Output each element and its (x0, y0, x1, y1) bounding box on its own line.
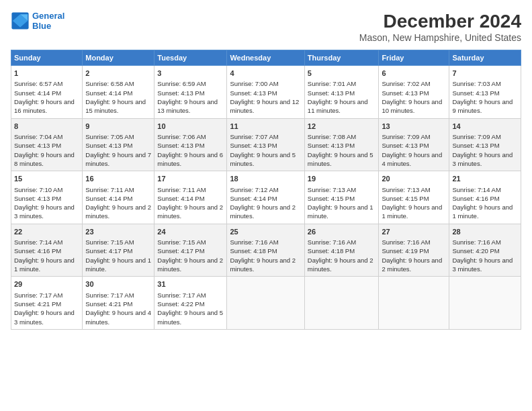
table-cell: 14Sunrise: 7:09 AMSunset: 4:13 PMDayligh… (449, 118, 521, 171)
daylight-text: Daylight: 9 hours and 10 minutes. (382, 98, 442, 114)
day-number: 22 (14, 227, 79, 237)
sunset-text: Sunset: 4:18 PM (230, 247, 277, 255)
sunrise-text: Sunrise: 7:13 AM (308, 186, 356, 193)
sunrise-text: Sunrise: 7:16 AM (382, 238, 430, 246)
table-cell: 9Sunrise: 7:05 AMSunset: 4:13 PMDaylight… (83, 118, 154, 171)
table-cell (304, 277, 379, 330)
table-cell: 5Sunrise: 7:01 AMSunset: 4:13 PMDaylight… (304, 66, 379, 119)
table-cell: 10Sunrise: 7:06 AMSunset: 4:13 PMDayligh… (154, 118, 227, 171)
table-cell: 30Sunrise: 7:17 AMSunset: 4:21 PMDayligh… (83, 277, 154, 330)
sunset-text: Sunset: 4:13 PM (14, 142, 61, 149)
logo-text: General Blue (32, 11, 64, 31)
day-number: 29 (14, 279, 79, 289)
sunset-text: Sunset: 4:13 PM (308, 89, 355, 97)
daylight-text: Daylight: 9 hours and 2 minutes. (308, 257, 373, 273)
day-number: 18 (230, 174, 301, 184)
table-cell: 6Sunrise: 7:02 AMSunset: 4:13 PMDaylight… (379, 66, 449, 119)
daylight-text: Daylight: 9 hours and 16 minutes. (14, 98, 75, 114)
sunrise-text: Sunrise: 7:11 AM (85, 186, 134, 193)
daylight-text: Daylight: 9 hours and 4 minutes. (382, 151, 442, 167)
sunset-text: Sunset: 4:13 PM (382, 89, 429, 97)
sunrise-text: Sunrise: 7:16 AM (452, 238, 500, 246)
sunset-text: Sunset: 4:14 PM (230, 195, 277, 202)
sunset-text: Sunset: 4:15 PM (382, 195, 429, 202)
table-cell: 20Sunrise: 7:13 AMSunset: 4:15 PMDayligh… (379, 171, 449, 224)
day-number: 12 (308, 122, 376, 132)
table-cell: 11Sunrise: 7:07 AMSunset: 4:13 PMDayligh… (227, 118, 304, 171)
daylight-text: Daylight: 9 hours and 1 minute. (452, 203, 513, 220)
daylight-text: Daylight: 9 hours and 15 minutes. (85, 98, 146, 114)
table-cell: 26Sunrise: 7:16 AMSunset: 4:18 PMDayligh… (304, 224, 379, 277)
sunset-text: Sunset: 4:14 PM (157, 195, 204, 202)
day-number: 1 (14, 68, 79, 79)
sunrise-text: Sunrise: 6:59 AM (157, 80, 206, 87)
sunset-text: Sunset: 4:13 PM (452, 142, 499, 149)
sunset-text: Sunset: 4:21 PM (85, 300, 132, 308)
sunset-text: Sunset: 4:21 PM (14, 300, 61, 308)
day-number: 26 (308, 227, 376, 237)
sunrise-text: Sunrise: 7:05 AM (85, 133, 134, 140)
col-thursday: Thursday (304, 50, 379, 66)
sunrise-text: Sunrise: 7:09 AM (382, 133, 430, 140)
sunrise-text: Sunrise: 7:17 AM (85, 291, 134, 299)
daylight-text: Daylight: 9 hours and 2 minutes. (230, 257, 296, 273)
table-cell: 4Sunrise: 7:00 AMSunset: 4:13 PMDaylight… (227, 66, 304, 119)
table-cell (227, 277, 304, 330)
sunset-text: Sunset: 4:17 PM (85, 247, 132, 255)
day-number: 9 (85, 122, 151, 132)
table-cell: 13Sunrise: 7:09 AMSunset: 4:13 PMDayligh… (379, 118, 449, 171)
daylight-text: Daylight: 9 hours and 3 minutes. (452, 151, 513, 167)
sunset-text: Sunset: 4:18 PM (308, 247, 355, 255)
table-cell: 1Sunrise: 6:57 AMSunset: 4:14 PMDaylight… (11, 66, 83, 119)
table-cell: 16Sunrise: 7:11 AMSunset: 4:14 PMDayligh… (83, 171, 154, 224)
daylight-text: Daylight: 9 hours and 1 minute. (85, 257, 151, 273)
col-friday: Friday (379, 50, 449, 66)
logo-icon (11, 11, 30, 30)
calendar-table: Sunday Monday Tuesday Wednesday Thursday… (11, 50, 521, 330)
daylight-text: Daylight: 9 hours and 1 minute. (14, 257, 75, 273)
day-number: 19 (308, 174, 376, 184)
table-cell: 21Sunrise: 7:14 AMSunset: 4:16 PMDayligh… (449, 171, 521, 224)
day-number: 24 (157, 227, 224, 237)
day-number: 16 (85, 174, 151, 184)
sunset-text: Sunset: 4:13 PM (157, 89, 204, 97)
daylight-text: Daylight: 9 hours and 5 minutes. (230, 151, 296, 167)
day-number: 7 (452, 68, 518, 79)
table-cell: 15Sunrise: 7:10 AMSunset: 4:13 PMDayligh… (11, 171, 83, 224)
sunrise-text: Sunrise: 7:16 AM (308, 238, 356, 246)
daylight-text: Daylight: 9 hours and 1 minute. (382, 203, 442, 220)
sunrise-text: Sunrise: 6:57 AM (14, 80, 62, 87)
table-cell: 7Sunrise: 7:03 AMSunset: 4:13 PMDaylight… (449, 66, 521, 119)
col-wednesday: Wednesday (227, 50, 304, 66)
day-number: 4 (230, 68, 301, 79)
sunset-text: Sunset: 4:13 PM (157, 142, 204, 149)
sunset-text: Sunset: 4:13 PM (85, 142, 132, 149)
table-cell: 8Sunrise: 7:04 AMSunset: 4:13 PMDaylight… (11, 118, 83, 171)
daylight-text: Daylight: 9 hours and 3 minutes. (14, 309, 75, 325)
day-number: 25 (230, 227, 301, 237)
table-cell: 28Sunrise: 7:16 AMSunset: 4:20 PMDayligh… (449, 224, 521, 277)
day-number: 3 (157, 68, 224, 79)
daylight-text: Daylight: 9 hours and 5 minutes. (157, 309, 223, 325)
daylight-text: Daylight: 9 hours and 4 minutes. (85, 309, 151, 325)
daylight-text: Daylight: 9 hours and 2 minutes. (230, 203, 296, 220)
daylight-text: Daylight: 9 hours and 2 minutes. (85, 203, 151, 220)
sunrise-text: Sunrise: 7:10 AM (14, 186, 62, 193)
sunrise-text: Sunrise: 6:58 AM (85, 80, 134, 87)
day-number: 27 (382, 227, 446, 237)
table-cell (449, 277, 521, 330)
day-number: 17 (157, 174, 224, 184)
daylight-text: Daylight: 9 hours and 12 minutes. (230, 98, 299, 114)
table-cell: 29Sunrise: 7:17 AMSunset: 4:21 PMDayligh… (11, 277, 83, 330)
day-number: 5 (308, 68, 376, 79)
main-title: December 2024 (359, 11, 521, 32)
sunrise-text: Sunrise: 7:15 AM (157, 238, 206, 246)
daylight-text: Daylight: 9 hours and 2 minutes. (157, 257, 223, 273)
daylight-text: Daylight: 9 hours and 1 minute. (308, 203, 373, 220)
day-number: 10 (157, 122, 224, 132)
sunrise-text: Sunrise: 7:14 AM (452, 186, 500, 193)
logo: General Blue (11, 11, 64, 31)
daylight-text: Daylight: 9 hours and 11 minutes. (308, 98, 368, 114)
sunrise-text: Sunrise: 7:07 AM (230, 133, 278, 140)
sunrise-text: Sunrise: 7:15 AM (85, 238, 134, 246)
